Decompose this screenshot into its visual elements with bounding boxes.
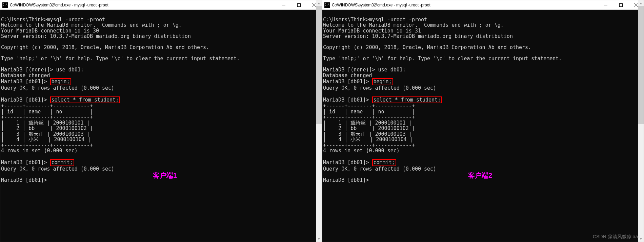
final-prompt: MariaDB [db01]> xyxy=(1,177,50,183)
prompt-db: MariaDB [db01]> xyxy=(1,97,50,103)
scrollbar-left[interactable]: ▲ ▼ xyxy=(316,0,322,242)
cell: 2000100102 xyxy=(378,125,409,131)
window-title: C:\WINDOWS\system32\cmd.exe - mysql -uro… xyxy=(10,3,276,7)
prompt-db: MariaDB [db01]> xyxy=(323,79,372,85)
maximize-button[interactable] xyxy=(291,0,306,9)
col-no: no xyxy=(56,109,62,115)
col-name: name xyxy=(350,109,363,115)
begin-cmd-highlight: begin; xyxy=(50,78,71,85)
prompt-none: MariaDB [(none)]> xyxy=(1,67,56,73)
cell: 小米 xyxy=(350,136,361,142)
use-cmd: use db01; xyxy=(56,67,84,73)
scroll-up-icon[interactable]: ▲ xyxy=(316,0,322,6)
commit-cmd-highlight: commit; xyxy=(50,159,74,166)
login-line: C:\Users\Think>mysql -uroot -proot xyxy=(323,17,427,23)
cell: 黛绮丝 xyxy=(28,120,44,126)
scroll-down-icon[interactable]: ▼ xyxy=(316,236,322,242)
client-label-1: 客户端1 xyxy=(153,172,177,179)
rows-in-set: 4 rows in set (0.000 sec) xyxy=(1,148,78,154)
col-name: name xyxy=(28,109,41,115)
cell: 2000100102 xyxy=(56,125,87,131)
watermark: CSDN @清风微凉 aaa xyxy=(593,234,641,240)
conn-id-line: Your MariaDB connection id is 31 xyxy=(323,28,421,34)
scroll-thumb[interactable] xyxy=(638,6,644,124)
welcome-line: Welcome to the MariaDB monitor. Commands… xyxy=(323,22,504,28)
cell: 2 xyxy=(16,125,19,131)
query-ok: Query OK, 0 rows affected (0.000 sec) xyxy=(323,166,436,172)
cmd-window-left: C:\ C:\WINDOWS\system32\cmd.exe - mysql … xyxy=(0,0,322,242)
window-title: C:\WINDOWS\system32\cmd.exe - mysql -uro… xyxy=(332,3,598,7)
cell: 2000100101 xyxy=(53,120,83,126)
cell: 殷天正 xyxy=(350,131,366,137)
cell: 2000100103 xyxy=(53,131,83,137)
maximize-button[interactable] xyxy=(613,0,628,9)
svg-rect-5 xyxy=(619,3,622,6)
select-cmd-highlight: select * from student; xyxy=(372,96,442,104)
begin-cmd-highlight: begin; xyxy=(372,78,393,85)
cell: 黛绮丝 xyxy=(350,120,366,126)
query-ok: Query OK, 0 rows affected (0.000 sec) xyxy=(1,166,114,172)
titlebar-left[interactable]: C:\ C:\WINDOWS\system32\cmd.exe - mysql … xyxy=(0,0,322,10)
cell: bb xyxy=(28,125,35,131)
scrollbar-right[interactable]: ▲ ▼ xyxy=(638,0,644,242)
cell: 2000100104 xyxy=(376,136,406,142)
prompt-db: MariaDB [db01]> xyxy=(323,97,372,103)
minimize-button[interactable] xyxy=(598,0,613,9)
cell: bb xyxy=(350,125,357,131)
cell: 1 xyxy=(338,120,341,126)
col-id: id xyxy=(7,109,13,115)
prompt-db: MariaDB [db01]> xyxy=(1,79,50,85)
db-changed: Database changed xyxy=(1,72,50,79)
cell: 4 xyxy=(338,136,341,142)
cell: 3 xyxy=(16,131,19,137)
cell: 2000100103 xyxy=(375,131,405,137)
commit-cmd-highlight: commit; xyxy=(372,159,396,166)
help-line: Type 'help;' or '\h' for help. Type '\c'… xyxy=(323,56,562,62)
help-line: Type 'help;' or '\h' for help. Type '\c'… xyxy=(1,56,240,62)
server-version-line: Server version: 10.3.7-MariaDB mariadb.o… xyxy=(1,33,191,39)
terminal-output-left[interactable]: C:\Users\Think>mysql -uroot -proot Welco… xyxy=(0,10,322,242)
col-id: id xyxy=(329,109,335,115)
svg-rect-1 xyxy=(297,3,300,6)
conn-id-line: Your MariaDB connection id is 30 xyxy=(1,28,99,34)
prompt-none: MariaDB [(none)]> xyxy=(323,67,378,73)
cell: 2 xyxy=(338,125,341,131)
copyright-line: Copyright (c) 2000, 2018, Oracle, MariaD… xyxy=(323,44,531,50)
welcome-line: Welcome to the MariaDB monitor. Commands… xyxy=(1,22,182,28)
terminal-output-right[interactable]: C:\Users\Think>mysql -uroot -proot Welco… xyxy=(322,10,644,242)
cell: 4 xyxy=(16,136,19,142)
query-ok: Query OK, 0 rows affected (0.000 sec) xyxy=(323,85,436,91)
titlebar-right[interactable]: C:\ C:\WINDOWS\system32\cmd.exe - mysql … xyxy=(322,0,644,10)
server-version-line: Server version: 10.3.7-MariaDB mariadb.o… xyxy=(323,33,513,39)
minimize-button[interactable] xyxy=(276,0,291,9)
cmd-icon: C:\ xyxy=(2,2,8,8)
select-cmd-highlight: select * from student; xyxy=(50,96,120,104)
col-no: no xyxy=(378,109,384,115)
client-label-2: 客户端2 xyxy=(468,172,492,179)
scroll-up-icon[interactable]: ▲ xyxy=(638,0,644,6)
db-changed: Database changed xyxy=(323,72,372,79)
cell: 1 xyxy=(16,120,19,126)
use-cmd: use db01; xyxy=(378,67,406,73)
final-prompt: MariaDB [db01]> xyxy=(323,177,372,183)
login-line: C:\Users\Think>mysql -uroot -proot xyxy=(1,17,105,23)
prompt-db: MariaDB [db01]> xyxy=(323,159,372,166)
cell: 3 xyxy=(338,131,341,137)
cell: 2000100101 xyxy=(375,120,405,126)
cmd-window-right: C:\ C:\WINDOWS\system32\cmd.exe - mysql … xyxy=(322,0,644,242)
rows-in-set: 4 rows in set (0.000 sec) xyxy=(323,148,400,154)
cell: 2000100104 xyxy=(54,136,84,142)
copyright-line: Copyright (c) 2000, 2018, Oracle, MariaD… xyxy=(1,44,209,50)
query-ok: Query OK, 0 rows affected (0.000 sec) xyxy=(1,85,114,91)
prompt-db: MariaDB [db01]> xyxy=(1,159,50,166)
cell: 小米 xyxy=(28,136,39,142)
cmd-icon: C:\ xyxy=(324,2,330,8)
cell: 殷天正 xyxy=(28,131,44,137)
scroll-thumb[interactable] xyxy=(316,6,322,124)
